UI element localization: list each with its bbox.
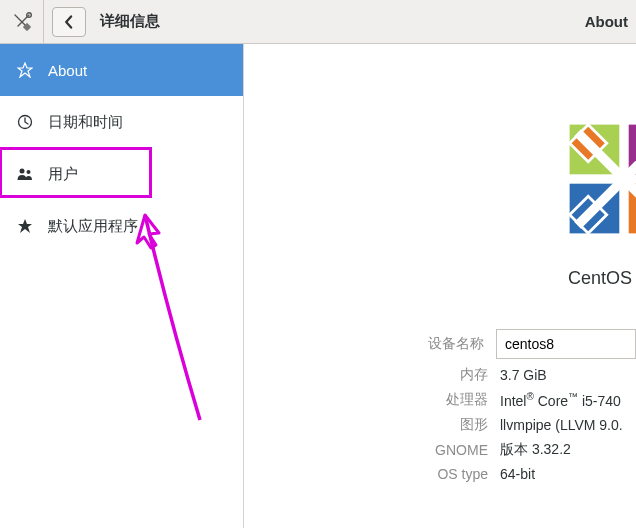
device-name-input[interactable] [496,329,636,359]
sidebar-item-label: 日期和时间 [48,113,123,132]
sidebar-item-datetime[interactable]: 日期和时间 [0,96,243,148]
toolbar-right-label: About [585,13,628,30]
star-icon [16,217,34,235]
ostype-label: OS type [244,466,500,482]
clock-icon [16,113,34,131]
memory-label: 内存 [244,366,500,384]
back-button[interactable] [52,7,86,37]
svg-marker-8 [18,219,32,233]
sidebar-item-about[interactable]: About [0,44,243,96]
processor-value: Intel® Core™ i5-740 [500,391,621,409]
processor-label: 处理器 [244,391,500,409]
os-name: CentOS Linux [524,268,636,289]
users-icon [16,165,34,183]
sidebar-item-users[interactable]: 用户 [0,148,243,200]
memory-value: 3.7 GiB [500,367,547,383]
device-name-label: 设备名称 [244,335,496,353]
content-panel: CentOS Linux 设备名称 内存 3.7 GiB 处理器 Intel® … [244,44,636,528]
gnome-value: 版本 3.32.2 [500,441,571,459]
toolbar: 详细信息 About [0,0,636,44]
svg-point-6 [20,169,25,174]
svg-point-7 [27,170,31,174]
graphics-value: llvmpipe (LLVM 9.0. [500,417,623,433]
graphics-label: 图形 [244,416,500,434]
centos-logo [549,104,636,254]
settings-tool-icon [0,0,44,43]
toolbar-title: 详细信息 [100,12,160,31]
sidebar-item-default-apps[interactable]: 默认应用程序 [0,200,243,252]
sidebar-item-label: 用户 [48,165,78,184]
svg-marker-4 [18,63,32,77]
sidebar: About 日期和时间 用户 默认应用程序 [0,44,244,528]
sidebar-item-label: About [48,62,87,79]
ostype-value: 64-bit [500,466,535,482]
sidebar-item-label: 默认应用程序 [48,217,138,236]
gnome-label: GNOME [244,442,500,458]
about-icon [16,61,34,79]
info-grid: 设备名称 内存 3.7 GiB 处理器 Intel® Core™ i5-740 … [244,329,636,482]
